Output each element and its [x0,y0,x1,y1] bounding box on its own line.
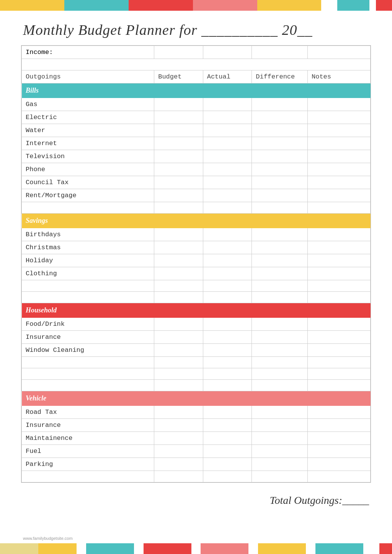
table-row: Holiday [22,254,371,267]
budget-table-container: Income: Outgoings Budget Actual Differen… [21,45,371,483]
table-row: Rent/Mortgage [22,189,371,202]
category-vehicle: Vehicle [22,391,371,406]
savings-spacer-1 [22,280,371,292]
bar-teal-2 [337,0,369,11]
budget-table: Income: Outgoings Budget Actual Differen… [21,46,371,482]
household-spacer-1 [22,357,371,368]
table-row: Internet [22,137,371,150]
bottom-bar-red-2 [379,543,392,554]
row-road-tax: Road Tax [22,406,154,419]
row-maintainence: Maintainence [22,432,154,445]
bar-white-1 [321,0,337,11]
table-row: Parking [22,458,371,471]
table-row: Television [22,150,371,163]
bottom-bar-white-3 [191,543,201,554]
income-diff [252,46,308,59]
header-notes: Notes [308,70,371,83]
bottom-bar-white-4 [248,543,258,554]
bar-white-2 [369,0,376,11]
row-television: Television [22,150,154,163]
table-row: Christmas [22,241,371,254]
row-clothing: Clothing [22,267,154,280]
total-area: Total Outgoings:_____ [0,490,392,514]
table-row: Gas [22,98,371,111]
bottom-bar-white-2 [134,543,144,554]
row-parking: Parking [22,458,154,471]
bottom-bar-white-6 [363,543,379,554]
row-electric: Electric [22,111,154,124]
vehicle-label: Vehicle [22,391,371,406]
top-color-bar [0,0,392,11]
table-row: Water [22,124,371,137]
bottom-bar-fade [0,543,38,554]
title-area: Monthly Budget Planner for __________ 20… [0,11,392,45]
bar-teal-1 [64,0,129,11]
row-council-tax: Council Tax [22,176,154,189]
category-savings: Savings [22,214,371,228]
row-birthdays: Birthdays [22,228,154,241]
household-label: Household [22,303,371,318]
row-fuel: Fuel [22,445,154,458]
household-spacer-2 [22,368,371,380]
bottom-bar-white-5 [306,543,315,554]
table-row: Insurance [22,331,371,344]
bottom-color-bar [0,543,392,554]
table-row: Insurance [22,419,371,432]
table-row: Clothing [22,267,371,280]
income-actual [203,46,252,59]
bar-pink-1 [193,0,257,11]
table-row: Phone [22,163,371,176]
header-actual: Actual [203,70,252,83]
row-christmas: Christmas [22,241,154,254]
table-row: Birthdays [22,228,371,241]
column-header-row: Outgoings Budget Actual Difference Notes [22,70,371,83]
bar-red-2 [376,0,392,11]
income-row: Income: [22,46,371,59]
vehicle-spacer [22,471,371,482]
watermark: www.familybudgetsite.com [23,536,73,541]
bottom-bar-pink [201,543,248,554]
bottom-bar-yellow-2 [258,543,306,554]
table-row: Council Tax [22,176,371,189]
table-row: Maintainence [22,432,371,445]
bottom-bar-red [144,543,191,554]
income-label: Income: [22,46,154,59]
income-notes [308,46,371,59]
row-insurance-vehicle: Insurance [22,419,154,432]
bar-yellow-2 [257,0,322,11]
bottom-bar-yellow [38,543,77,554]
bills-label: Bills [22,83,371,98]
category-household: Household [22,303,371,318]
bottom-bar-teal-2 [315,543,363,554]
table-row: Electric [22,111,371,124]
row-phone: Phone [22,163,154,176]
table-row: Window Cleaning [22,344,371,357]
category-bills: Bills [22,83,371,98]
income-budget [154,46,203,59]
bottom-bar-teal [86,543,134,554]
row-holiday: Holiday [22,254,154,267]
savings-label: Savings [22,214,371,228]
header-outgoings: Outgoings [22,70,154,83]
row-gas: Gas [22,98,154,111]
savings-spacer-2 [22,292,371,303]
page-title: Monthly Budget Planner for __________ 20… [23,21,369,38]
table-row: Food/Drink [22,318,371,331]
row-rent-mortgage: Rent/Mortgage [22,189,154,202]
spacer-row-1 [22,59,371,70]
bottom-bar-white-1 [77,543,86,554]
header-difference: Difference [252,70,308,83]
bar-yellow-1 [0,0,64,11]
table-row: Road Tax [22,406,371,419]
bar-red-1 [129,0,193,11]
row-internet: Internet [22,137,154,150]
household-spacer-3 [22,380,371,391]
row-insurance-household: Insurance [22,331,154,344]
row-window-cleaning: Window Cleaning [22,344,154,357]
header-budget: Budget [154,70,203,83]
bills-spacer [22,202,371,214]
row-water: Water [22,124,154,137]
row-food-drink: Food/Drink [22,318,154,331]
table-row: Fuel [22,445,371,458]
total-outgoings-label: Total Outgoings:_____ [270,494,369,506]
